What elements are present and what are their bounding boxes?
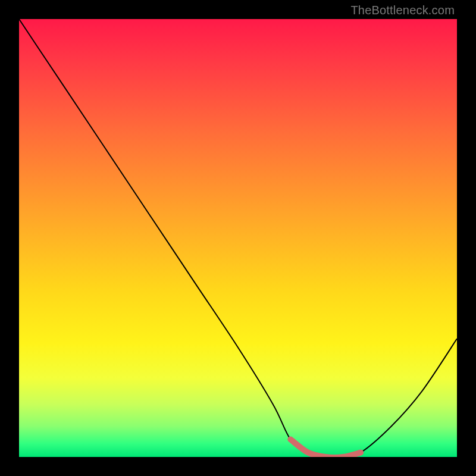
chart-frame: TheBottleneck.com [0,0,476,476]
curve-svg [19,19,457,457]
bottleneck-curve [19,19,457,457]
watermark-text: TheBottleneck.com [350,4,455,17]
plot-area [19,19,457,457]
highlight-segment [290,440,361,457]
